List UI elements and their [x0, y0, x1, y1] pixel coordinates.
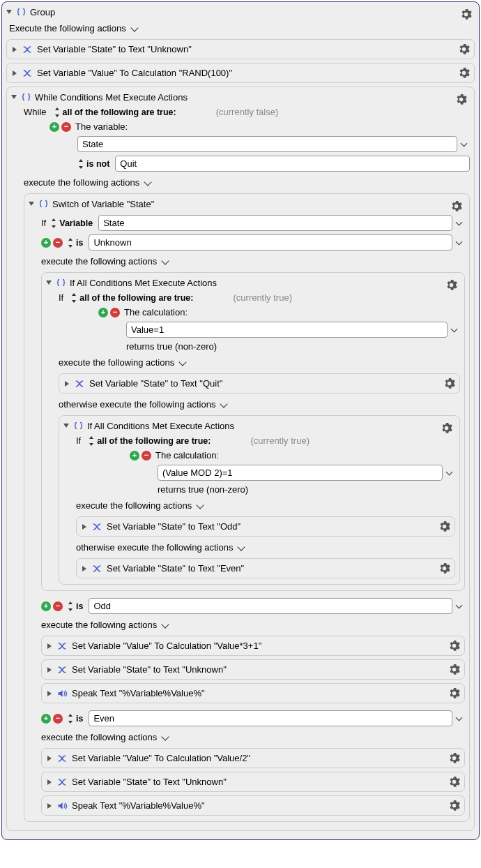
gear-icon[interactable] [455, 93, 467, 105]
disclosure-icon[interactable] [47, 779, 52, 785]
add-icon[interactable]: + [130, 451, 139, 461]
remove-icon[interactable]: − [53, 238, 63, 248]
add-remove-buttons[interactable]: + − [41, 714, 63, 724]
action-even-a2[interactable]: Set Variable "State" to Text "Unknown" [41, 772, 465, 792]
gear-icon[interactable] [457, 43, 470, 55]
remove-icon[interactable]: − [53, 601, 63, 611]
chevron-down-icon[interactable] [221, 402, 229, 407]
case-is-popup[interactable]: is [67, 714, 84, 724]
disclosure-icon[interactable] [47, 691, 52, 696]
disclosure-icon[interactable] [29, 202, 34, 206]
add-icon[interactable]: + [49, 122, 59, 132]
add-icon[interactable]: + [41, 601, 51, 611]
chevron-down-icon[interactable] [162, 622, 171, 628]
disclosure-icon[interactable] [82, 566, 86, 571]
chevron-down-icon[interactable] [452, 327, 460, 333]
variable-name-input[interactable] [77, 136, 457, 152]
gear-icon[interactable] [438, 520, 450, 532]
gear-icon[interactable] [440, 421, 452, 434]
condition-mode-popup[interactable]: all of the following are true: [54, 107, 178, 117]
switch-var-input[interactable] [98, 215, 452, 231]
action-odd-a2[interactable]: Set Variable "State" to Text "Unknown" [41, 659, 465, 680]
case-value-input[interactable] [89, 234, 452, 250]
add-icon[interactable]: + [98, 308, 108, 317]
gear-icon[interactable] [445, 278, 457, 291]
add-remove-buttons[interactable]: + − [49, 122, 71, 132]
chevron-down-icon[interactable] [447, 470, 455, 476]
add-remove-buttons[interactable]: + − [41, 238, 63, 248]
chevron-down-icon[interactable] [238, 545, 247, 551]
action-even-a1[interactable]: Set Variable "Value" To Calculation "Val… [41, 748, 465, 768]
remove-icon[interactable]: − [61, 122, 71, 132]
condition-mode-popup[interactable]: all of the following are true: [88, 436, 212, 446]
disclosure-icon[interactable] [46, 280, 52, 285]
chevron-down-icon[interactable] [132, 26, 140, 31]
chevron-down-icon[interactable] [145, 180, 153, 186]
action-odd-a3[interactable]: Speak Text "%Variable%Value%" [41, 683, 465, 703]
action-set-state-quit[interactable]: Set Variable "State" to Text "Quit" [59, 373, 460, 394]
chevron-down-icon[interactable] [162, 735, 171, 740]
remove-icon[interactable]: − [53, 714, 63, 724]
chevron-down-icon[interactable] [180, 360, 188, 366]
chevron-down-icon[interactable] [197, 503, 206, 509]
compare-value-input[interactable] [115, 156, 470, 172]
action-title: Speak Text "%Variable%Value%" [72, 688, 205, 698]
case-is-popup[interactable]: is [67, 238, 84, 248]
gear-icon[interactable] [459, 8, 472, 20]
gear-icon[interactable] [438, 562, 450, 574]
action-odd-a1[interactable]: Set Variable "Value" To Calculation "Val… [41, 636, 465, 656]
case-value-input[interactable] [89, 710, 452, 726]
disclosure-icon[interactable] [6, 10, 12, 14]
gear-icon[interactable] [448, 663, 460, 675]
add-icon[interactable]: + [41, 714, 51, 724]
action-title: Set Variable "Value" To Calculation "Val… [72, 641, 261, 651]
gear-icon[interactable] [448, 799, 460, 811]
case-is-popup[interactable]: is [67, 601, 84, 611]
disclosure-icon[interactable] [11, 95, 17, 99]
calc-input[interactable] [126, 322, 448, 338]
if-label: If [41, 218, 46, 228]
action-set-state-odd[interactable]: Set Variable "State" to Text "Odd" [76, 516, 455, 537]
gear-icon[interactable] [448, 639, 460, 652]
disclosure-icon[interactable] [47, 667, 52, 673]
disclosure-icon[interactable] [47, 756, 52, 761]
gear-icon[interactable] [448, 687, 460, 699]
disclosure-icon[interactable] [13, 47, 17, 52]
while-label: While [24, 107, 47, 117]
chevron-down-icon[interactable] [457, 220, 465, 226]
chevron-down-icon[interactable] [461, 142, 470, 147]
action-even-a3[interactable]: Speak Text "%Variable%Value%" [41, 795, 465, 816]
calc-input[interactable] [158, 465, 443, 481]
gear-icon[interactable] [448, 751, 460, 764]
add-remove-buttons[interactable]: + − [130, 451, 151, 461]
gear-icon[interactable] [443, 377, 455, 389]
disclosure-icon[interactable] [47, 643, 52, 649]
chevron-down-icon[interactable] [162, 259, 171, 264]
disclosure-icon[interactable] [65, 381, 69, 387]
gear-icon[interactable] [457, 66, 470, 79]
remove-icon[interactable]: − [110, 308, 120, 317]
if-label: If [76, 435, 81, 446]
condition-mode-popup[interactable]: all of the following are true: [70, 293, 194, 303]
chevron-down-icon[interactable] [457, 716, 465, 721]
add-remove-buttons[interactable]: + − [98, 308, 120, 317]
disclosure-icon[interactable] [13, 70, 17, 76]
while-header: While Conditions Met Execute Actions [11, 91, 470, 103]
disclosure-icon[interactable] [63, 424, 69, 428]
chevron-down-icon[interactable] [457, 240, 465, 246]
remove-icon[interactable]: − [142, 451, 151, 461]
disclosure-icon[interactable] [47, 803, 52, 809]
if-panel-2: If All Conditions Met Execute Actions If… [59, 415, 460, 585]
variable-popup[interactable]: Variable [50, 218, 94, 228]
comparison-popup[interactable]: is not [77, 159, 111, 169]
action-set-state-even[interactable]: Set Variable "State" to Text "Even" [76, 558, 455, 578]
add-icon[interactable]: + [41, 238, 51, 248]
chevron-down-icon[interactable] [457, 604, 465, 609]
disclosure-icon[interactable] [82, 524, 86, 530]
case-value-input[interactable] [89, 598, 452, 614]
action-set-state-unknown[interactable]: Set Variable "State" to Text "Unknown" [6, 39, 475, 59]
action-set-value-rand[interactable]: Set Variable "Value" To Calculation "RAN… [6, 63, 475, 83]
gear-icon[interactable] [450, 200, 462, 212]
add-remove-buttons[interactable]: + − [41, 601, 63, 611]
gear-icon[interactable] [448, 775, 460, 788]
